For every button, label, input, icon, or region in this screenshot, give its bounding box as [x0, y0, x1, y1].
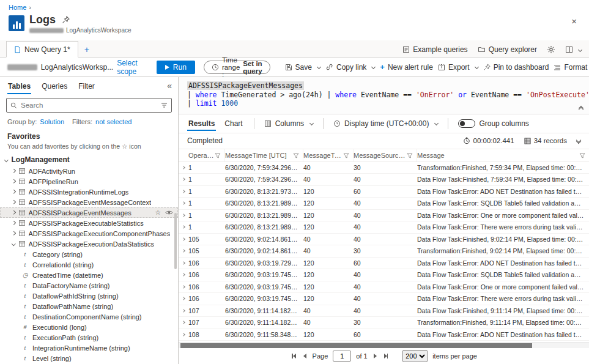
row-expand-icon[interactable] — [182, 273, 185, 277]
column-header[interactable]: Message — [417, 149, 589, 162]
chevron-right-icon[interactable] — [12, 231, 15, 235]
tab-results[interactable]: Results — [187, 116, 216, 131]
select-scope-link[interactable]: Select scope — [117, 59, 148, 76]
filter-funnel-icon[interactable] — [579, 152, 585, 158]
row-expand-icon[interactable] — [182, 237, 185, 241]
chevron-right-icon[interactable] — [12, 190, 15, 193]
copy-link-button[interactable]: Copy link — [325, 63, 375, 72]
table-row[interactable]: 1 6/30/2020, 7:59:34.296 PM 40 30 Transf… — [179, 162, 589, 174]
table-row[interactable]: 1 6/30/2020, 8:13:21.973 PM 120 60 Data … — [179, 186, 589, 198]
row-expand-icon[interactable] — [182, 249, 185, 253]
row-expand-icon[interactable] — [182, 285, 185, 289]
table-row[interactable]: 106 6/30/2020, 9:03:19.745 PM 120 40 Dat… — [179, 269, 589, 281]
table-column-item[interactable]: t DataFactoryName (string) — [0, 280, 178, 291]
table-row[interactable]: 1 6/30/2020, 8:13:21.989 PM 120 40 Data … — [179, 221, 589, 234]
previous-page-button[interactable] — [302, 354, 308, 358]
sort-filter-icon[interactable] — [161, 102, 168, 108]
table-column-item[interactable]: # ExecutionId (long) — [0, 322, 178, 332]
table-row[interactable]: 106 6/30/2020, 9:03:19.729 PM 120 60 Dat… — [179, 258, 589, 270]
sidebar-table-item[interactable]: ADFSSISPackageExecutionComponentPhases ☆ — [0, 228, 178, 239]
breadcrumb-home-link[interactable]: Home — [9, 4, 26, 11]
group-by-value[interactable]: Solution — [40, 118, 64, 125]
row-expand-icon[interactable] — [182, 225, 185, 229]
table-row[interactable]: 106 6/30/2020, 9:03:19.745 PM 120 40 Dat… — [179, 293, 589, 305]
sidebar-tab[interactable]: Filter — [78, 78, 95, 94]
column-header[interactable]: MessageSourceType — [354, 149, 417, 162]
column-header[interactable]: MessageType — [303, 149, 354, 162]
sidebar-table-item[interactable]: ADFActivityRun ☆ — [0, 166, 178, 176]
row-expand-icon[interactable] — [182, 261, 185, 265]
display-time-button[interactable]: Display time (UTC+00:00) — [333, 119, 438, 128]
table-column-item[interactable]: t DataflowPathIdString (string) — [0, 291, 178, 301]
side-panel-button[interactable] — [565, 46, 582, 53]
table-row[interactable]: 106 6/30/2020, 9:03:19.745 PM 120 40 Dat… — [179, 281, 589, 294]
table-row[interactable]: 1 6/30/2020, 8:13:21.989 PM 120 40 Data … — [179, 198, 589, 210]
table-column-item[interactable]: t ExecutionPath (string) — [0, 332, 178, 343]
pin-icon[interactable] — [62, 16, 70, 24]
table-column-item[interactable]: t DestinationComponentName (string) — [0, 311, 178, 322]
horizontal-scrollbar-thumb[interactable] — [180, 343, 532, 348]
chevron-right-icon[interactable] — [12, 210, 15, 214]
page-number-input[interactable] — [333, 351, 351, 362]
row-expand-icon[interactable] — [182, 166, 185, 169]
chevron-right-icon[interactable] — [12, 200, 15, 204]
filter-funnel-icon[interactable] — [215, 152, 221, 158]
preview-eye-icon[interactable] — [165, 210, 173, 215]
sidebar-table-item[interactable]: ADFSSISPackageExecutionDataStatistics ☆ — [0, 239, 178, 249]
settings-button[interactable] — [547, 45, 555, 54]
first-page-button[interactable] — [291, 354, 297, 358]
sidebar-table-item[interactable]: ADFSSISPackageEventMessages ☆ — [0, 207, 178, 218]
export-button[interactable]: Export — [438, 63, 478, 72]
table-column-item[interactable]: t Category (string) — [0, 249, 178, 259]
table-row[interactable]: 105 6/30/2020, 9:02:14.861 PM 40 40 Data… — [179, 234, 589, 246]
chevron-right-icon[interactable] — [12, 221, 15, 225]
table-row[interactable]: 1 6/30/2020, 7:59:34.296 PM 40 40 Data F… — [179, 174, 589, 186]
table-column-item[interactable]: t DataflowPathName (string) — [0, 301, 178, 311]
sidebar-table-item[interactable]: ADFSSISPackageEventMessageContext ☆ — [0, 197, 178, 207]
tree-root-logmanagement[interactable]: LogManagement — [0, 154, 178, 166]
filter-funnel-icon[interactable] — [293, 152, 299, 158]
chevron-right-icon[interactable] — [12, 169, 15, 173]
pin-to-dashboard-button[interactable]: Pin to dashboard — [483, 63, 549, 72]
sidebar-scrollbar[interactable] — [174, 213, 177, 269]
sidebar-tab[interactable]: Tables — [7, 78, 31, 94]
table-column-item[interactable]: t CorrelationId (string) — [0, 259, 178, 270]
save-button[interactable]: Save — [285, 63, 320, 72]
sidebar-tab[interactable]: Queries — [41, 78, 68, 94]
new-tab-button[interactable]: + — [78, 45, 95, 57]
tab-chart[interactable]: Chart — [223, 116, 243, 131]
table-column-item[interactable]: t IntegrationRuntimeName (string) — [0, 343, 178, 353]
horizontal-scrollbar[interactable] — [179, 342, 589, 348]
sidebar-table-item[interactable]: ADFPipelineRun ☆ — [0, 176, 178, 187]
chevron-right-icon[interactable] — [12, 242, 15, 245]
filters-value[interactable]: not selected — [95, 118, 132, 125]
next-page-button[interactable] — [372, 354, 378, 358]
favorite-star-icon[interactable]: ☆ — [155, 209, 161, 216]
query-editor[interactable]: ADFSSISPackageEventMessages| where TimeG… — [179, 77, 589, 114]
example-queries-button[interactable]: Example queries — [402, 45, 467, 54]
collapse-results-icon[interactable] — [577, 138, 580, 143]
column-header[interactable]: MessageTime [UTC] — [225, 149, 303, 162]
row-expand-icon[interactable] — [182, 321, 185, 324]
tab-new-query-1[interactable]: New Query 1* — [6, 41, 78, 58]
search-input[interactable] — [21, 102, 157, 109]
collapse-sidebar-icon[interactable]: « — [167, 81, 172, 91]
row-expand-icon[interactable] — [182, 214, 185, 217]
collapse-editor-icon[interactable] — [579, 106, 583, 111]
column-header[interactable]: OperationId — [188, 149, 225, 162]
table-row[interactable]: 108 6/30/2020, 9:11:58.348 PM 120 60 Dat… — [179, 329, 589, 341]
table-column-item[interactable]: t Level (string) — [0, 353, 178, 363]
run-button[interactable]: Run — [157, 61, 195, 74]
sidebar-table-item[interactable]: ADFSSISPackageExecutableStatistics ☆ — [0, 218, 178, 228]
row-expand-icon[interactable] — [182, 177, 185, 181]
row-expand-icon[interactable] — [182, 190, 185, 193]
columns-button[interactable]: Columns — [264, 119, 313, 128]
row-expand-icon[interactable] — [182, 297, 185, 300]
time-range-pill[interactable]: Time range : Set in query — [204, 61, 270, 74]
table-row[interactable]: 107 6/30/2020, 9:11:14.182 PM 40 40 Data… — [179, 305, 589, 318]
table-row[interactable]: 107 6/30/2020, 9:11:14.182 PM 40 30 Tran… — [179, 317, 589, 329]
query-explorer-button[interactable]: Query explorer — [478, 45, 537, 54]
row-expand-icon[interactable] — [182, 201, 185, 205]
chevron-right-icon[interactable] — [12, 179, 15, 183]
new-alert-rule-button[interactable]: + New alert rule — [380, 62, 433, 72]
